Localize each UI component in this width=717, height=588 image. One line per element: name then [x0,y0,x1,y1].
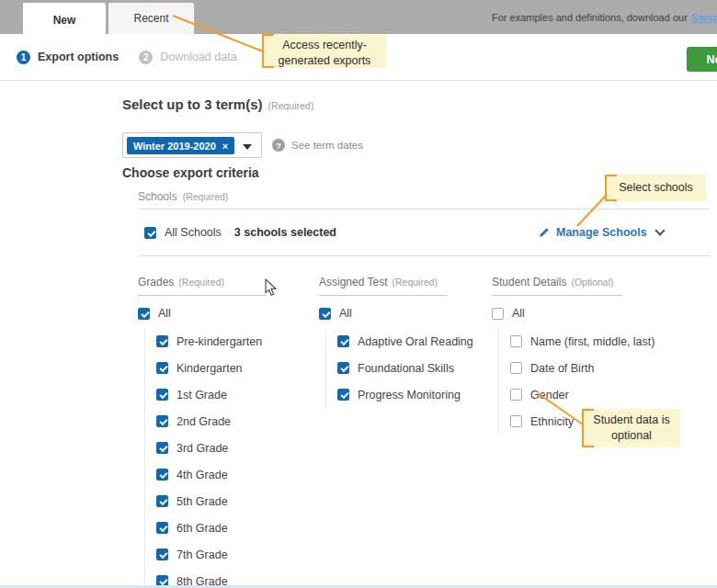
tab-recent[interactable]: Recent [108,3,194,34]
item-checkbox[interactable] [510,415,522,427]
grades-column-header: Grades(Required) [138,276,267,296]
remove-term-icon[interactable]: × [222,141,228,152]
item-checkbox[interactable] [156,415,168,427]
item-checkbox[interactable] [156,335,168,347]
checkbox-item[interactable]: 6th Grade [156,514,267,541]
student-details-column-header: Student Details(Optional) [492,276,622,296]
checkbox-item[interactable]: Gender [510,381,654,408]
student-details-optional-note: (Optional) [571,277,613,288]
assigned-test-list: Adaptive Oral ReadingFoundational Skills… [325,328,473,408]
assigned-test-column: Assigned Test(Required) All Adaptive Ora… [319,276,473,408]
item-label: Ethnicity [530,415,574,428]
item-label: 2nd Grade [176,415,231,428]
checkbox-item[interactable]: Kindergarten [156,355,267,381]
selected-term-label: Winter 2019-2020 [133,141,216,152]
checkbox-item[interactable]: Adaptive Oral Reading [337,328,473,355]
assigned-test-required-note: (Required) [393,277,438,288]
schools-section-label: Schools(Required) [138,190,228,203]
item-checkbox[interactable] [156,362,168,374]
grades-all-row[interactable]: All [138,307,267,320]
checkbox-item[interactable]: Date of Birth [510,355,654,381]
manage-schools-label: Manage Schools [556,226,647,239]
manage-schools-button[interactable]: Manage Schools [539,226,664,239]
student-details-all-checkbox[interactable] [492,308,504,320]
item-label: 6th Grade [176,522,228,535]
item-checkbox[interactable] [510,335,522,347]
schools-label-text: Schools [138,190,177,203]
step-2-label: Download data [160,51,236,63]
item-label: 7th Grade [176,548,228,561]
dropdown-caret-icon[interactable] [243,144,252,150]
callout-line: optional [588,428,675,444]
tab-new[interactable]: New [23,3,106,38]
item-label: Name (first, middle, last) [530,335,654,348]
grades-column: Grades(Required) All Pre-kindergartenKin… [138,276,267,588]
item-checkbox[interactable] [156,522,168,534]
help-text-prefix: For examples and definitions, download o… [492,12,688,23]
checkbox-item[interactable]: 3rd Grade [156,435,267,461]
callout-student-data: Student data is optional [583,409,680,447]
item-label: 4th Grade [176,469,228,481]
item-label: Foundational Skills [358,362,454,375]
item-label: Date of Birth [530,362,594,375]
checkbox-item[interactable]: Pre-kindergarten [156,328,267,355]
item-label: Progress Monitoring [358,389,461,401]
step-download-data: 2 Download data [139,51,236,64]
selected-term-chip[interactable]: Winter 2019-2020 × [127,137,234,154]
item-checkbox[interactable] [156,389,168,401]
item-checkbox[interactable] [156,495,168,507]
criteria-heading: Choose export criteria [122,165,259,180]
assigned-test-column-header: Assigned Test(Required) [319,276,448,296]
item-checkbox[interactable] [156,442,168,454]
checkbox-item[interactable]: 2nd Grade [156,408,267,435]
checkbox-item[interactable]: Name (first, middle, last) [510,328,654,355]
all-schools-checkbox[interactable] [144,227,156,239]
item-label: Gender [530,389,569,401]
grades-required-note: (Required) [178,277,224,288]
item-checkbox[interactable] [510,362,522,374]
term-select-dropdown[interactable]: Winter 2019-2020 × [122,132,262,158]
chevron-down-icon[interactable] [654,225,665,235]
item-label: 5th Grade [176,495,228,508]
checkbox-item[interactable]: Foundational Skills [337,355,473,381]
item-label: Pre-kindergarten [176,335,262,348]
step-2-badge: 2 [139,51,153,64]
item-label: Adaptive Oral Reading [358,335,473,348]
checkbox-item[interactable]: 1st Grade [156,381,267,408]
schools-selected-count: 3 schools selected [234,226,336,239]
student-details-all-row[interactable]: All [492,307,654,320]
item-label: 1st Grade [176,389,227,401]
student-details-label: Student Details [492,276,566,288]
term-heading-text: Select up to 3 term(s) [122,96,263,112]
step-export-options: 1 Export options [17,51,119,64]
item-checkbox[interactable] [337,362,349,374]
item-checkbox[interactable] [156,548,168,560]
checkbox-item[interactable]: 4th Grade [156,461,267,488]
step-1-label: Export options [38,51,119,63]
question-icon[interactable]: ? [272,139,285,152]
item-checkbox[interactable] [510,389,522,401]
checkbox-item[interactable]: Progress Monitoring [337,381,473,408]
checkbox-item[interactable]: 5th Grade [156,488,267,514]
assigned-test-all-checkbox[interactable] [319,308,331,320]
see-term-dates-label[interactable]: See term dates [291,140,363,151]
callout-line: Select schools [611,180,700,196]
schools-required-note: (Required) [183,191,229,202]
all-schools-label: All Schools [165,226,222,239]
item-checkbox[interactable] [156,469,168,481]
grades-label: Grades [138,276,174,288]
item-checkbox[interactable] [337,335,349,347]
callout-line: Access recently- [268,38,381,53]
all-schools-row: All Schools 3 schools selected [144,226,336,239]
checkbox-item[interactable]: 7th Grade [156,541,267,568]
assigned-test-all-row[interactable]: All [319,307,473,320]
schools-divider-bottom [138,255,710,256]
term-required-note: (Required) [268,100,314,111]
next-button[interactable]: Next [687,47,717,72]
callout-select-schools: Select schools [606,175,706,201]
assigned-test-all-label: All [339,307,352,320]
grades-list: Pre-kindergartenKindergarten1st Grade2nd… [144,328,267,588]
grades-all-checkbox[interactable] [138,308,150,320]
item-checkbox[interactable] [337,389,349,401]
sample-export-link[interactable]: Sample Export [691,12,717,23]
